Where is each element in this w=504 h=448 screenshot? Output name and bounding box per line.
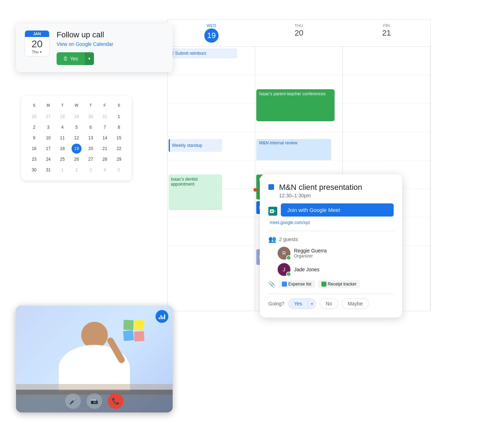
mini-cal-day[interactable]: 21 [100,144,110,154]
camera-button[interactable]: 📷 [86,393,102,409]
cal-day-wed[interactable]: WED 19 [168,20,255,46]
mini-cal-day[interactable]: 30 [86,112,96,122]
mini-cal-day[interactable]: 23 [29,154,39,164]
mini-cal-day[interactable]: 31 [100,112,110,122]
guest-row-reggie: R ✓ Reggie Guerra Organizer [268,247,394,260]
meet-join-row: Join with Google Meet [268,203,394,219]
event-mn-internal[interactable]: M&N internal review [256,139,331,160]
join-google-meet-button[interactable]: Join with Google Meet [281,203,394,217]
mini-cal-day-headers: S M T W T F S [27,102,126,109]
day-num-fri: 21 [343,28,430,38]
mini-cal-header-s2: S [112,102,126,109]
rsvp-maybe-button[interactable]: Maybe [342,298,369,309]
mini-cal-day[interactable]: 3 [43,122,53,132]
cal-day-fri[interactable]: FRI 21 [343,20,430,46]
sheets-icon [321,282,326,287]
meet-time: 12:30–1:30pm [279,193,362,198]
mini-cal-day[interactable]: 11 [57,133,67,143]
mini-cal-day[interactable]: 2 [29,122,39,132]
meet-divider [268,231,394,231]
popup-title: Follow up call [57,30,164,39]
sticky-note-4 [123,330,134,341]
mini-cal-header-m: M [41,102,56,109]
meet-title: M&N client presentation [279,183,362,192]
sticky-note-2 [134,331,144,341]
attachment-expense-list[interactable]: Expense list [278,280,315,288]
audio-bar-2 [161,315,162,319]
mini-cal-header-s1: S [27,102,41,109]
event-weekly-standup[interactable]: Weekly standup [169,139,222,152]
popup-meet: M&N client presentation 12:30–1:30pm Joi… [260,174,402,318]
mini-cal-day[interactable]: 12 [72,133,82,143]
guests-count: 2 guests [279,236,298,242]
popup-gcal-link[interactable]: View on Google Calendar [57,41,113,47]
mini-cal-day[interactable]: 2 [72,165,82,175]
mini-cal-day[interactable]: 4 [57,122,67,132]
mini-cal-day[interactable]: 6 [86,122,96,132]
cal-day-thu[interactable]: THU 20 [255,20,343,46]
guest-info-jade: Jade Jones [294,267,320,272]
guest-name-jade: Jade Jones [294,267,320,272]
mini-cal-day[interactable]: 28 [100,154,110,164]
mini-cal-day[interactable]: 15 [114,133,124,143]
mini-cal-day[interactable]: 29 [114,154,124,164]
day-name-fri: FRI [343,23,430,28]
mini-cal-day[interactable]: 27 [86,154,96,164]
attachment-receipt-tracker[interactable]: Receipt tracker [318,280,360,288]
mini-cal-day[interactable]: 31 [43,165,53,175]
rsvp-yes-dropdown-button[interactable]: ▾ [308,299,316,309]
popup-yes-main-button[interactable]: 🗓 Yes [57,52,85,65]
rsvp-label: Going? [268,301,284,306]
rsvp-no-button[interactable]: No [320,298,338,309]
mini-cal-day[interactable]: 30 [29,165,39,175]
guest-check-reggie: ✓ [286,255,291,260]
mini-cal-day[interactable]: 4 [100,165,110,175]
mini-cal-body: 26 27 28 29 30 31 1 2 3 4 5 6 7 8 9 10 1… [27,112,126,175]
mini-cal-day[interactable]: 8 [114,122,124,132]
mini-cal-day[interactable]: 25 [57,154,67,164]
mini-cal-day[interactable]: 24 [43,154,53,164]
mini-cal-day[interactable]: 10 [43,133,53,143]
day-num-wed: 19 [168,28,255,43]
popup-info: Follow up call View on Google Calendar 🗓… [57,30,164,65]
mini-cal-day[interactable]: 5 [72,122,82,132]
sticky-note-1 [134,320,145,330]
mini-cal-day[interactable]: 22 [114,144,124,154]
popup-date: 20 [25,37,49,50]
mini-cal-day[interactable]: 16 [29,144,39,154]
popup-cal-icon: Jan 20 Thu [25,30,49,57]
event-dentist[interactable]: Isaac's dentist appointment [169,175,222,210]
guest-info-reggie: Reggie Guerra Organizer [294,248,327,258]
rsvp-yes-button[interactable]: Yes [288,299,308,309]
mini-cal-day[interactable]: 5 [114,165,124,175]
mini-calendar: S M T W T F S 26 27 28 29 30 31 1 2 3 4 … [21,96,132,181]
sticky-note-3 [124,320,134,330]
attachment-icon: 📎 [268,281,275,288]
mini-cal-day[interactable]: 3 [86,165,96,175]
event-submit-reimburs[interactable]: ☑ Submit reimburs [168,48,237,58]
mini-cal-day[interactable]: 18 [57,144,67,154]
event-parent-teacher[interactable]: Isaac's parent-teacher conferences [256,89,335,121]
mini-cal-day[interactable]: 26 [29,112,39,122]
mini-cal-day[interactable]: 9 [29,133,39,143]
meet-rsvp: Going? Yes ▾ No Maybe [268,294,394,309]
day-name-wed: WED [168,23,255,28]
mini-cal-day[interactable]: 1 [57,165,67,175]
mini-cal-day[interactable]: 27 [43,112,53,122]
mini-cal-day-today[interactable]: 19 [72,144,82,154]
mini-cal-day[interactable]: 28 [57,112,67,122]
mini-cal-day[interactable]: 7 [100,122,110,132]
mini-cal-day[interactable]: 14 [100,133,110,143]
hangup-button[interactable]: 📞 [108,393,124,409]
popup-yes-dropdown-button[interactable]: ▾ [85,52,94,65]
mini-cal-day[interactable]: 29 [72,112,82,122]
audio-bars [159,314,165,319]
mini-cal-day[interactable]: 20 [86,144,96,154]
mini-cal-day[interactable]: 17 [43,144,53,154]
mini-cal-day[interactable]: 26 [72,154,82,164]
mic-button[interactable]: 🎤 [65,393,81,409]
mini-cal-day[interactable]: 1 [114,112,124,122]
day-num-today: 19 [204,28,219,43]
mini-cal-day[interactable]: 13 [86,133,96,143]
meet-link[interactable]: meet.google.com/xyz [268,220,394,225]
